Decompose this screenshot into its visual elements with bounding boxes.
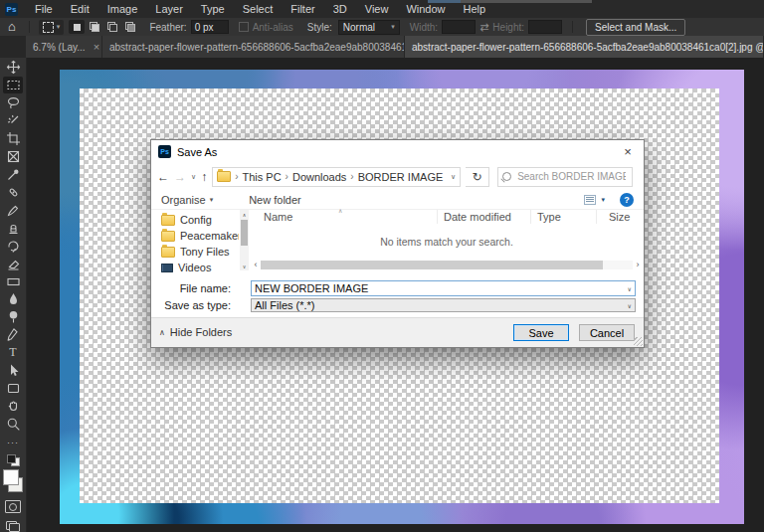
search-input[interactable] xyxy=(515,170,628,183)
pen-tool[interactable] xyxy=(3,326,23,343)
style-select[interactable]: Normal ▾ xyxy=(338,20,400,35)
file-name-combobox[interactable]: ∨ xyxy=(251,280,636,296)
select-and-mask-button[interactable]: Select and Mask... xyxy=(586,19,685,36)
file-list: ∧ Name Date modified Type Size No items … xyxy=(251,210,643,270)
cancel-button[interactable]: Cancel xyxy=(579,324,635,341)
height-input[interactable] xyxy=(528,20,562,34)
crop-tool[interactable] xyxy=(3,130,23,147)
hide-folders-button[interactable]: ∧ Hide Folders xyxy=(159,326,232,338)
view-mode-icon[interactable] xyxy=(584,195,596,205)
back-button[interactable]: ← xyxy=(157,170,169,184)
intersect-selection-button[interactable] xyxy=(122,20,138,34)
tree-item-config[interactable]: Config xyxy=(155,212,239,228)
column-name[interactable]: Name xyxy=(251,210,438,224)
search-box[interactable] xyxy=(497,167,633,187)
tree-scrollbar[interactable]: ∧ ∨ xyxy=(240,210,249,270)
lasso-tool[interactable] xyxy=(3,94,23,111)
column-type[interactable]: Type xyxy=(531,210,597,224)
object-selection-tool[interactable] xyxy=(3,112,23,129)
address-dropdown-icon[interactable]: ∨ xyxy=(451,173,456,181)
add-to-selection-button[interactable] xyxy=(87,20,102,34)
rectangular-marquee-tool[interactable] xyxy=(3,77,23,93)
tool-preset-button[interactable]: ▾ xyxy=(39,20,65,35)
eyedropper-tool[interactable] xyxy=(3,166,23,183)
home-icon[interactable]: ⌂ xyxy=(8,19,16,35)
type-tool[interactable]: T xyxy=(3,344,23,361)
up-button[interactable]: ↑ xyxy=(201,170,207,184)
menu-3d[interactable]: 3D xyxy=(324,0,356,18)
dialog-close-button[interactable]: × xyxy=(612,140,644,163)
menu-select[interactable]: Select xyxy=(234,0,283,18)
file-name-input[interactable] xyxy=(252,281,635,295)
scroll-up-icon[interactable]: ∧ xyxy=(240,210,249,219)
foreground-color-swatch[interactable] xyxy=(3,469,19,485)
save-button[interactable]: Save xyxy=(513,324,569,341)
subtract-selection-button[interactable] xyxy=(104,20,120,34)
scrollbar-thumb[interactable] xyxy=(241,220,248,246)
save-type-select[interactable]: All Files (*.*) ∨ xyxy=(251,298,636,312)
column-date-modified[interactable]: Date modified xyxy=(438,210,531,224)
forward-button[interactable]: → xyxy=(174,170,186,184)
new-folder-button[interactable]: New folder xyxy=(249,194,301,206)
menu-image[interactable]: Image xyxy=(98,0,147,18)
dodge-tool[interactable] xyxy=(3,309,23,326)
move-tool[interactable] xyxy=(3,59,23,76)
feather-input[interactable]: 0 px xyxy=(191,20,229,34)
menu-layer[interactable]: Layer xyxy=(146,0,192,18)
tree-item-tony-files[interactable]: Tony Files xyxy=(155,244,239,260)
resize-grip[interactable] xyxy=(634,337,643,346)
scroll-down-icon[interactable]: ∨ xyxy=(240,262,249,270)
column-size[interactable]: Size xyxy=(597,210,643,224)
photoshop-logo-icon: Ps xyxy=(158,145,171,158)
blur-tool[interactable] xyxy=(3,291,23,308)
menu-view[interactable]: View xyxy=(356,0,398,18)
default-colors-icon[interactable] xyxy=(7,454,20,466)
rectangle-tool[interactable] xyxy=(3,380,23,397)
view-mode-dropdown-icon[interactable]: ▾ xyxy=(601,196,605,204)
path-selection-tool[interactable] xyxy=(3,362,23,379)
history-brush-tool[interactable] xyxy=(3,238,23,255)
anti-alias-checkbox[interactable] xyxy=(239,22,249,32)
document-tab-3-active[interactable]: abstract-paper-flower-pattern-656688606-… xyxy=(405,36,764,58)
quick-mask-button[interactable] xyxy=(5,500,21,513)
breadcrumb-downloads[interactable]: Downloads xyxy=(292,171,346,183)
edit-toolbar-button[interactable]: ··· xyxy=(3,434,23,450)
scrollbar-thumb[interactable] xyxy=(261,261,603,269)
help-button[interactable]: ? xyxy=(620,193,634,207)
eraser-tool[interactable] xyxy=(3,256,23,272)
refresh-button[interactable]: ↻ xyxy=(466,167,489,187)
horizontal-scrollbar[interactable]: ‹ › xyxy=(251,260,643,270)
screen-mode-button[interactable] xyxy=(6,521,20,532)
document-tab-2[interactable]: abstract-paper-flower-pattern-656688606-… xyxy=(102,36,405,58)
scroll-right-icon[interactable]: › xyxy=(633,260,643,270)
document-tab-1[interactable]: 6.7% (Lay... × xyxy=(26,36,102,58)
clone-stamp-tool[interactable] xyxy=(3,220,23,237)
chevron-down-icon[interactable]: ∨ xyxy=(628,285,632,292)
scroll-left-icon[interactable]: ‹ xyxy=(251,260,261,270)
recent-locations-dropdown[interactable]: ∨ xyxy=(191,173,196,181)
zoom-tool[interactable] xyxy=(3,416,23,433)
width-input[interactable] xyxy=(442,20,476,34)
breadcrumb-border-image[interactable]: BORDER IMAGE xyxy=(358,171,444,183)
dialog-title-bar[interactable]: Ps Save As xyxy=(151,140,644,163)
tree-item-peacemaker[interactable]: Peacemaker.202 xyxy=(155,228,239,244)
menu-edit[interactable]: Edit xyxy=(62,0,98,18)
close-icon[interactable]: × xyxy=(94,41,99,53)
hand-tool[interactable] xyxy=(3,398,23,415)
swap-dimensions-icon[interactable]: ⇄ xyxy=(479,21,488,34)
scrollbar-track[interactable] xyxy=(261,261,633,269)
foreground-background-swatches[interactable] xyxy=(2,469,24,493)
brush-tool[interactable] xyxy=(3,202,23,219)
breadcrumb[interactable]: › This PC › Downloads › BORDER IMAGE ∨ xyxy=(212,167,461,187)
menu-filter[interactable]: Filter xyxy=(282,0,323,18)
new-selection-button[interactable] xyxy=(69,20,85,34)
breadcrumb-this-pc[interactable]: This PC xyxy=(242,171,281,183)
frame-tool[interactable] xyxy=(3,148,23,165)
organise-button[interactable]: Organise ▾ xyxy=(161,194,213,206)
style-value: Normal xyxy=(343,22,375,33)
spot-healing-brush-tool[interactable] xyxy=(3,184,23,201)
gradient-tool[interactable] xyxy=(3,273,23,290)
menu-type[interactable]: Type xyxy=(192,0,234,18)
tree-item-videos[interactable]: Videos xyxy=(155,260,239,275)
menu-file[interactable]: File xyxy=(26,0,62,18)
